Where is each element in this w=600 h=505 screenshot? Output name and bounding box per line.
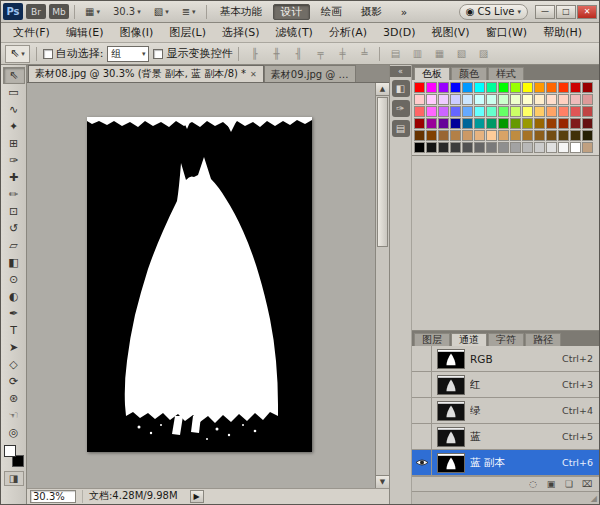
color-swatch[interactable] <box>510 142 521 153</box>
spot-healing-brush-tool[interactable]: ✚ <box>3 169 25 186</box>
auto-select-target-dropdown[interactable]: 组 ▾ <box>107 46 149 62</box>
color-swatch[interactable] <box>498 94 509 105</box>
close-button[interactable]: ✕ <box>577 5 597 19</box>
menu-layer[interactable]: 图层(L) <box>161 23 214 42</box>
tab-styles[interactable]: 样式 <box>488 67 524 80</box>
color-swatch[interactable] <box>426 82 437 93</box>
color-swatch[interactable] <box>426 130 437 141</box>
align-left-icon[interactable]: ╤ <box>311 46 329 62</box>
screen-mode-button[interactable]: ≣▾ <box>177 3 201 20</box>
color-swatch[interactable] <box>522 130 533 141</box>
color-swatch[interactable] <box>426 118 437 129</box>
color-swatch[interactable] <box>450 118 461 129</box>
gradient-tool[interactable]: ◧ <box>3 254 25 271</box>
color-swatch[interactable] <box>522 82 533 93</box>
workspace-design-button[interactable]: 设计 <box>273 4 310 20</box>
color-swatch[interactable] <box>558 142 569 153</box>
color-swatch[interactable] <box>450 82 461 93</box>
tab-character[interactable]: 字符 <box>488 333 524 346</box>
color-swatch[interactable] <box>522 94 533 105</box>
align-vcenter-icon[interactable]: ╫ <box>267 46 285 62</box>
color-swatch[interactable] <box>462 106 473 117</box>
color-swatch[interactable] <box>570 82 581 93</box>
color-swatch[interactable] <box>582 142 593 153</box>
color-swatch[interactable] <box>534 142 545 153</box>
quick-mask-button[interactable]: ◨ <box>4 471 24 486</box>
save-selection-icon[interactable]: ▣ <box>543 478 559 490</box>
pen-tool[interactable]: ✒ <box>3 305 25 322</box>
color-swatch[interactable] <box>498 106 509 117</box>
color-swatch[interactable] <box>582 118 593 129</box>
color-swatch[interactable] <box>438 130 449 141</box>
channel-row-red[interactable]: 红 Ctrl+3 <box>412 372 599 398</box>
color-swatch[interactable] <box>450 94 461 105</box>
color-swatch[interactable] <box>582 94 593 105</box>
color-swatch[interactable] <box>438 94 449 105</box>
history-brush-tool[interactable]: ↺ <box>3 220 25 237</box>
show-transform-checkbox[interactable] <box>153 49 163 59</box>
workspace-photography-button[interactable]: 摄影 <box>353 4 390 20</box>
color-swatch[interactable] <box>462 94 473 105</box>
color-swatch[interactable] <box>582 130 593 141</box>
menu-view[interactable]: 视图(V) <box>424 23 478 42</box>
document-tab-inactive[interactable]: 素材09.jpg @ 33.3%(R... <box>264 65 356 82</box>
canvas-vertical-scrollbar[interactable]: ▲ ▼ <box>375 83 389 488</box>
move-tool[interactable]: ⇖ <box>3 67 25 84</box>
color-swatch[interactable] <box>546 82 557 93</box>
color-swatch[interactable] <box>498 142 509 153</box>
document-image[interactable] <box>87 117 312 452</box>
distribute-3-icon[interactable]: ▦ <box>430 46 448 62</box>
color-swatch[interactable] <box>486 142 497 153</box>
3d-orbit-tool[interactable]: ⊛ <box>3 390 25 407</box>
color-swatch[interactable] <box>522 106 533 117</box>
delete-channel-icon[interactable]: ⌧ <box>579 478 595 490</box>
cs-live-button[interactable]: ◉ CS Live ▾ <box>459 4 528 20</box>
channel-row-blue-copy[interactable]: 蓝 副本 Ctrl+6 <box>412 450 599 476</box>
color-swatch[interactable] <box>546 118 557 129</box>
color-swatch[interactable] <box>522 118 533 129</box>
color-swatch[interactable] <box>438 106 449 117</box>
status-options-arrow-button[interactable]: ▶ <box>190 490 204 503</box>
color-swatch[interactable] <box>474 142 485 153</box>
rectangular-marquee-tool[interactable]: ▭ <box>3 84 25 101</box>
tab-paths[interactable]: 路径 <box>525 333 561 346</box>
clone-stamp-tool[interactable]: ⊡ <box>3 203 25 220</box>
color-swatch[interactable] <box>414 106 425 117</box>
color-panel-icon[interactable]: ◧ <box>392 80 410 97</box>
tool-preset-picker[interactable]: ⇖ ▾ <box>5 45 30 63</box>
new-channel-icon[interactable]: ❏ <box>561 478 577 490</box>
color-swatch[interactable] <box>486 94 497 105</box>
visibility-toggle[interactable] <box>412 398 432 423</box>
view-extras-button[interactable]: ▦▾ <box>80 3 105 20</box>
color-swatch[interactable] <box>438 82 449 93</box>
color-swatch[interactable] <box>510 130 521 141</box>
menu-3d[interactable]: 3D(D) <box>375 24 424 41</box>
eyedropper-tool[interactable]: ✑ <box>3 152 25 169</box>
menu-help[interactable]: 帮助(H) <box>535 23 590 42</box>
distribute-4-icon[interactable]: ▧ <box>452 46 470 62</box>
color-swatch[interactable] <box>534 82 545 93</box>
collapse-panels-button[interactable]: « <box>390 66 411 77</box>
workspace-basic-button[interactable]: 基本功能 <box>212 4 270 20</box>
quick-selection-tool[interactable]: ✦ <box>3 118 25 135</box>
color-swatch[interactable] <box>534 94 545 105</box>
color-swatch[interactable] <box>414 94 425 105</box>
menu-select[interactable]: 选择(S) <box>214 23 268 42</box>
color-swatch[interactable] <box>414 130 425 141</box>
menu-image[interactable]: 图像(I) <box>111 23 161 42</box>
menu-window[interactable]: 窗口(W) <box>478 23 535 42</box>
color-swatch[interactable] <box>546 106 557 117</box>
menu-analysis[interactable]: 分析(A) <box>321 23 375 42</box>
workspace-overflow-button[interactable]: » <box>393 4 415 20</box>
resize-grip-icon[interactable]: ◢ <box>591 494 597 503</box>
shape-tool[interactable]: ◇ <box>3 356 25 373</box>
scroll-down-arrow-icon[interactable]: ▼ <box>376 475 389 488</box>
crop-tool[interactable]: ⊞ <box>3 135 25 152</box>
color-swatch[interactable] <box>534 106 545 117</box>
color-swatch[interactable] <box>450 142 461 153</box>
color-swatch[interactable] <box>462 130 473 141</box>
menu-file[interactable]: 文件(F) <box>5 23 58 42</box>
color-swatch[interactable] <box>498 82 509 93</box>
canvas-area[interactable]: ▲ ▼ <box>27 83 389 488</box>
visibility-toggle[interactable] <box>412 372 432 397</box>
